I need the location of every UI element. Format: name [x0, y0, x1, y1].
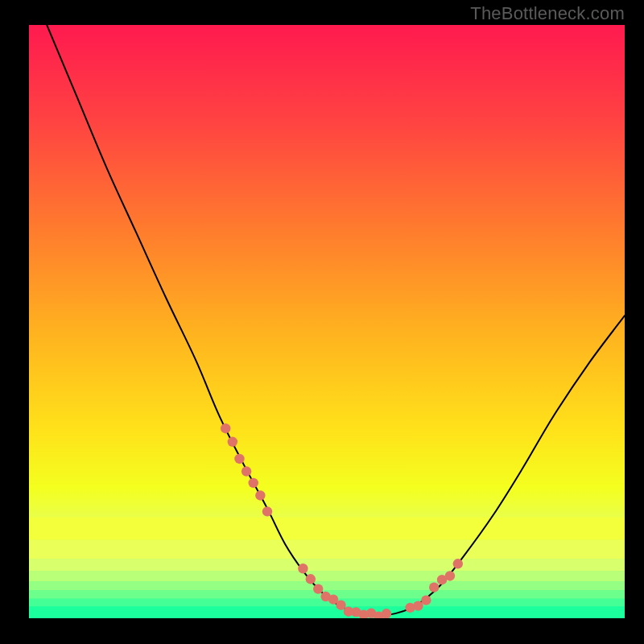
curve-dot [242, 466, 251, 476]
curve-dot [429, 582, 439, 592]
curve-dot [298, 564, 308, 573]
curve-dot [228, 437, 237, 447]
curve-dot [234, 454, 244, 464]
curve-dot [262, 506, 272, 516]
svg-rect-1 [29, 518, 625, 540]
svg-rect-5 [29, 581, 625, 590]
watermark-text: TheBottleneck.com [470, 3, 625, 24]
svg-rect-4 [29, 571, 625, 581]
svg-rect-3 [29, 559, 625, 571]
curve-dot [336, 601, 345, 610]
curve-dot [382, 609, 391, 618]
curve-dot [255, 490, 265, 500]
curve-dot [221, 423, 230, 433]
chart-plot [29, 25, 625, 618]
svg-rect-8 [29, 606, 625, 618]
curve-dot [453, 559, 463, 568]
curve-dot [306, 574, 316, 584]
curve-dot [249, 478, 258, 488]
curve-dot [313, 584, 323, 593]
curve-dot [421, 595, 431, 605]
svg-rect-2 [29, 540, 625, 559]
curve-dot [445, 571, 455, 580]
plot-background [29, 25, 625, 618]
